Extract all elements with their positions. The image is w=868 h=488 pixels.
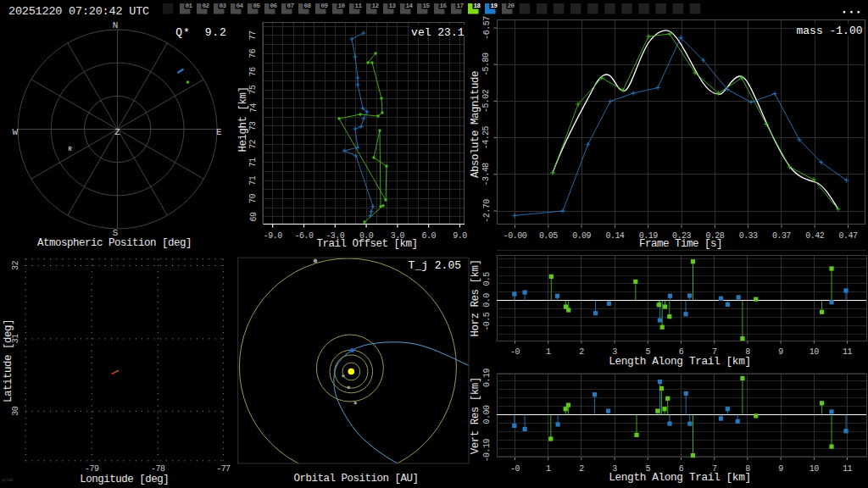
svg-text:2: 2 <box>579 464 584 474</box>
svg-text:0.37: 0.37 <box>772 231 791 241</box>
svg-text:Frame Time [s]: Frame Time [s] <box>639 238 722 250</box>
svg-text:-79: -79 <box>85 464 99 474</box>
svg-text:-3.48: -3.48 <box>482 163 492 186</box>
svg-text:Height [km]: Height [km] <box>237 86 249 152</box>
svg-text:-0.5: -0.5 <box>482 312 492 330</box>
svg-text:Trail Offset [km]: Trail Offset [km] <box>316 238 417 250</box>
svg-text:15: 15 <box>423 3 431 9</box>
svg-text:13: 13 <box>389 3 397 9</box>
svg-text:16: 16 <box>440 3 448 9</box>
svg-text:72: 72 <box>249 139 259 148</box>
svg-text:-5.80: -5.80 <box>482 53 492 76</box>
svg-text:0.5: 0.5 <box>482 272 492 286</box>
svg-text:09: 09 <box>321 3 329 9</box>
svg-text:-0: -0 <box>510 347 520 357</box>
svg-text:02: 02 <box>203 3 210 9</box>
svg-text:11: 11 <box>843 464 852 474</box>
svg-text:0.05: 0.05 <box>539 231 558 241</box>
svg-text:0.0: 0.0 <box>482 293 492 308</box>
svg-text:2: 2 <box>579 347 584 357</box>
svg-text:0.19: 0.19 <box>482 369 492 387</box>
svg-text:E: E <box>216 127 222 137</box>
svg-text:03: 03 <box>220 3 227 9</box>
svg-text:vel 23.1: vel 23.1 <box>411 26 465 39</box>
svg-text:-5.02: -5.02 <box>482 89 492 113</box>
svg-text:19: 19 <box>491 3 498 9</box>
svg-text:75: 75 <box>249 85 259 94</box>
svg-text:-0.00: -0.00 <box>504 231 527 241</box>
svg-text:0.00: 0.00 <box>482 405 492 424</box>
svg-text:Length Along Trail [km]: Length Along Trail [km] <box>609 471 750 484</box>
svg-text:Q* 9.2: Q* 9.2 <box>175 26 226 39</box>
svg-text:0.33: 0.33 <box>739 231 758 241</box>
svg-text:20251220 07:20:42 UTC: 20251220 07:20:42 UTC <box>8 5 149 18</box>
svg-text:76: 76 <box>249 48 259 58</box>
svg-text:N: N <box>113 20 119 30</box>
svg-text:pylab: pylab <box>2 478 14 482</box>
svg-text:14: 14 <box>406 3 414 9</box>
svg-text:9: 9 <box>778 347 783 357</box>
svg-text:73: 73 <box>249 121 259 130</box>
svg-text:0.09: 0.09 <box>572 231 591 241</box>
svg-text:11: 11 <box>355 3 363 9</box>
svg-text:08: 08 <box>304 3 312 9</box>
svg-text:30: 30 <box>11 406 20 415</box>
svg-text:69: 69 <box>249 212 259 221</box>
svg-text:Longitude [deg]: Longitude [deg] <box>80 474 169 485</box>
svg-text:-6.0: -6.0 <box>295 231 314 241</box>
svg-text:0.47: 0.47 <box>839 231 858 241</box>
svg-text:71: 71 <box>249 158 259 167</box>
svg-text:-0: -0 <box>510 464 520 474</box>
svg-text:1: 1 <box>546 464 551 474</box>
svg-text:-77: -77 <box>216 464 231 474</box>
svg-text:-6.57: -6.57 <box>482 16 492 40</box>
svg-text:70: 70 <box>249 194 259 203</box>
svg-text:0.14: 0.14 <box>605 231 624 241</box>
svg-text:10: 10 <box>338 3 346 9</box>
svg-text:77: 77 <box>249 30 259 40</box>
svg-text:17: 17 <box>457 3 464 9</box>
svg-text:32: 32 <box>11 261 20 270</box>
svg-text:6.0: 6.0 <box>422 231 437 241</box>
svg-text:04: 04 <box>236 3 244 9</box>
svg-text:W: W <box>13 127 19 137</box>
svg-text:Horz Res [km]: Horz Res [km] <box>470 259 481 336</box>
svg-text:T_j 2.05: T_j 2.05 <box>409 259 461 272</box>
svg-text:10: 10 <box>810 347 819 357</box>
svg-text:05: 05 <box>253 3 261 9</box>
svg-text:0.42: 0.42 <box>805 231 824 241</box>
svg-text:11: 11 <box>843 347 852 357</box>
svg-text:06: 06 <box>270 3 278 9</box>
svg-text:Orbital Position [AU]: Orbital Position [AU] <box>293 473 418 485</box>
svg-text:Latitude [deg]: Latitude [deg] <box>3 319 14 402</box>
svg-text:mass -1.00: mass -1.00 <box>796 25 862 37</box>
svg-text:9.0: 9.0 <box>453 231 467 241</box>
svg-text:-4.25: -4.25 <box>482 125 492 149</box>
svg-text:S: S <box>113 228 119 238</box>
svg-text:-9.0: -9.0 <box>264 231 282 241</box>
svg-text:10: 10 <box>810 464 819 474</box>
svg-text:20: 20 <box>508 3 515 9</box>
svg-text:Atmospheric Position [deg]: Atmospheric Position [deg] <box>37 237 192 249</box>
svg-text:18: 18 <box>474 3 481 9</box>
svg-text:76: 76 <box>249 67 259 76</box>
svg-text:Length Along Trail [km]: Length Along Trail [km] <box>609 355 750 368</box>
svg-text:Z: Z <box>114 127 120 137</box>
svg-text:12: 12 <box>372 3 380 9</box>
svg-text:01: 01 <box>186 3 193 9</box>
svg-text:74: 74 <box>249 103 259 113</box>
svg-text:07: 07 <box>287 3 294 9</box>
svg-text:Vert Res [km]: Vert Res [km] <box>470 377 481 454</box>
svg-text:Absolute Magnitude: Absolute Magnitude <box>470 71 481 178</box>
svg-text:71: 71 <box>249 175 259 185</box>
svg-text:-0.19: -0.19 <box>482 439 492 463</box>
svg-text:-78: -78 <box>151 464 165 474</box>
svg-text:1: 1 <box>546 347 551 357</box>
svg-text:9: 9 <box>778 464 783 474</box>
svg-text:-2.70: -2.70 <box>482 199 492 223</box>
